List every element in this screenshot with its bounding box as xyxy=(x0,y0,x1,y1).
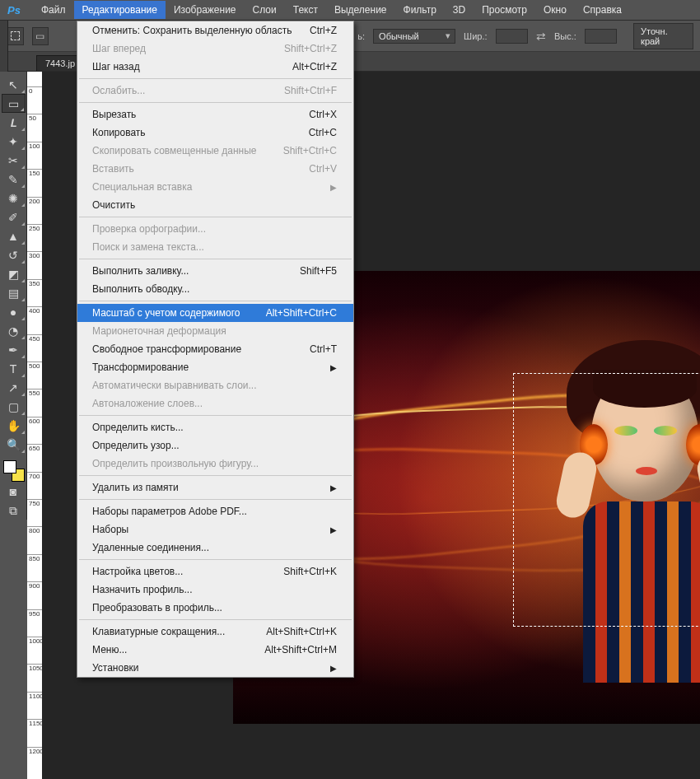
menu-item[interactable]: Наборы▶ xyxy=(77,520,353,539)
height-label: Выс.: xyxy=(554,31,576,41)
menu-item: Автоматически выравнивать слои... xyxy=(77,376,353,394)
menu-item[interactable]: Назначить профиль... xyxy=(77,581,353,599)
crop-tool[interactable]: ✂ xyxy=(2,151,26,170)
menu-item: Поиск и замена текста... xyxy=(77,238,353,256)
style-select[interactable]: Обычный xyxy=(373,29,455,44)
history-brush-tool[interactable]: ↺ xyxy=(2,245,26,264)
edit-menu: Отменить: Сохранить выделенную областьCt… xyxy=(77,21,354,678)
blur-tool[interactable]: ● xyxy=(2,302,26,321)
menubar-item-3d[interactable]: 3D xyxy=(445,1,474,19)
magic-wand-tool[interactable]: ✦ xyxy=(2,132,26,151)
color-swatches[interactable] xyxy=(2,459,25,482)
toolbox: ↖▭𝙇✦✂✎✺✐▲↺◩▤●◔✒T↗▢✋🔍◙⧉ xyxy=(0,72,27,520)
menu-item: Автоналожение слоев... xyxy=(77,394,353,413)
hand-tool[interactable]: ✋ xyxy=(2,416,26,435)
menu-item: Определить произвольную фигуру... xyxy=(77,455,353,473)
eraser-tool[interactable]: ◩ xyxy=(2,264,26,283)
menu-item[interactable]: Настройка цветов...Shift+Ctrl+K xyxy=(77,562,353,581)
marquee-tool[interactable]: ▭ xyxy=(2,94,26,113)
menu-item: Марионеточная деформация xyxy=(77,322,353,340)
menu-item[interactable]: Установки▶ xyxy=(77,659,353,677)
type-tool[interactable]: T xyxy=(2,359,26,378)
menubar-item-изображение[interactable]: Изображение xyxy=(166,1,245,19)
menu-item[interactable]: Клавиатурные сокращения...Alt+Shift+Ctrl… xyxy=(77,623,353,641)
menubar-item-слои[interactable]: Слои xyxy=(245,1,285,19)
menu-item: Шаг впередShift+Ctrl+Z xyxy=(77,40,353,58)
menu-item: Специальная вставка▶ xyxy=(77,178,353,196)
dodge-tool[interactable]: ◔ xyxy=(2,321,26,340)
menu-item[interactable]: Удаленные соединения... xyxy=(77,539,353,557)
brush-tool[interactable]: ✐ xyxy=(2,208,26,226)
menu-item[interactable]: Выполнить заливку...Shift+F5 xyxy=(77,262,353,280)
menubar-item-просмотр[interactable]: Просмотр xyxy=(474,1,535,19)
menu-item[interactable]: КопироватьCtrl+C xyxy=(77,124,353,142)
menubar-item-фильтр[interactable]: Фильтр xyxy=(395,1,445,19)
vertical-ruler: 0501001502002503003504004505005506006507… xyxy=(27,72,42,779)
menu-item[interactable]: Удалить из памяти▶ xyxy=(77,478,353,497)
app-logo: Ps xyxy=(3,2,25,17)
menu-item: Проверка орфографии... xyxy=(77,220,353,238)
shape-tool[interactable]: ▢ xyxy=(2,397,26,416)
height-input[interactable] xyxy=(585,29,617,44)
clone-stamp-tool[interactable]: ▲ xyxy=(2,226,26,245)
width-label: Шир.: xyxy=(464,31,487,41)
screen-mode-tool[interactable]: ⧉ xyxy=(2,501,26,520)
menu-item[interactable]: Выполнить обводку... xyxy=(77,280,353,298)
selection-marquee[interactable] xyxy=(513,373,700,627)
path-select-tool[interactable]: ↗ xyxy=(2,378,26,397)
menu-item[interactable]: ВырезатьCtrl+X xyxy=(77,105,353,124)
menubar-item-файл[interactable]: Файл xyxy=(33,1,74,19)
menu-item[interactable]: Свободное трансформированиеCtrl+T xyxy=(77,340,353,358)
zoom-tool[interactable]: 🔍 xyxy=(2,435,26,454)
menu-item: Скопировать совмещенные данныеShift+Ctrl… xyxy=(77,142,353,160)
menu-item[interactable]: Отменить: Сохранить выделенную областьCt… xyxy=(77,21,353,40)
document-tab-label: 7443.jp xyxy=(45,58,75,68)
tool-preset-picker[interactable] xyxy=(7,27,24,45)
lasso-tool[interactable]: 𝙇 xyxy=(2,113,26,132)
menu-item[interactable]: Наборы параметров Adobe PDF... xyxy=(77,502,353,520)
menu-item: Ослабить...Shift+Ctrl+F xyxy=(77,82,353,100)
menu-item[interactable]: Трансформирование▶ xyxy=(77,358,353,376)
pen-tool[interactable]: ✒ xyxy=(2,340,26,359)
menubar-item-справка[interactable]: Справка xyxy=(575,1,630,19)
refine-edge-button[interactable]: Уточн. край xyxy=(633,23,693,49)
panel-collapse-grip[interactable] xyxy=(0,21,8,72)
menu-item[interactable]: Определить узор... xyxy=(77,436,353,455)
style-label: ь: xyxy=(357,31,365,41)
gradient-tool[interactable]: ▤ xyxy=(2,283,26,302)
healing-brush-tool[interactable]: ✺ xyxy=(2,189,26,208)
menubar-item-редактирование[interactable]: Редактирование xyxy=(74,1,166,19)
menu-item[interactable]: Преобразовать в профиль... xyxy=(77,599,353,617)
marquee-new-icon[interactable]: ▭ xyxy=(32,27,49,45)
menu-item[interactable]: Меню...Alt+Shift+Ctrl+M xyxy=(77,641,353,659)
menu-item[interactable]: Очистить xyxy=(77,196,353,214)
move-tool[interactable]: ↖ xyxy=(2,75,26,94)
eyedropper-tool[interactable]: ✎ xyxy=(2,170,26,189)
menubar: Ps ФайлРедактированиеИзображениеСлоиТекс… xyxy=(0,0,700,21)
swap-wh-icon[interactable]: ⇄ xyxy=(536,30,546,43)
menubar-item-текст[interactable]: Текст xyxy=(285,1,326,19)
menu-item[interactable]: Шаг назадAlt+Ctrl+Z xyxy=(77,58,353,76)
menubar-item-окно[interactable]: Окно xyxy=(535,1,575,19)
menu-item: ВставитьCtrl+V xyxy=(77,160,353,178)
menu-item[interactable]: Определить кисть... xyxy=(77,418,353,436)
menu-item[interactable]: Масштаб с учетом содержимогоAlt+Shift+Ct… xyxy=(77,304,353,322)
width-input[interactable] xyxy=(496,29,528,44)
quick-mask-tool[interactable]: ◙ xyxy=(2,482,26,501)
menubar-item-выделение[interactable]: Выделение xyxy=(326,1,395,19)
